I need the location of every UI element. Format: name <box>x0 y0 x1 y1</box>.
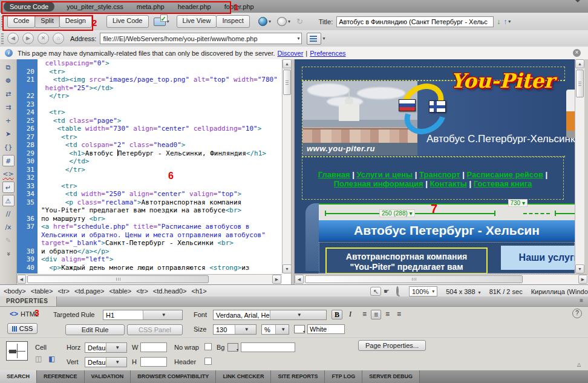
promo-cell[interactable]: Автотранспортная компания "You-Piter" пр… <box>325 247 488 273</box>
window-size-select[interactable]: 504 x 388 ▾ <box>446 288 480 295</box>
select-tool-icon[interactable]: ↖ <box>370 287 381 296</box>
header-checkbox[interactable] <box>204 358 212 365</box>
code-text[interactable]: target="_blank">Санкт-Петербург - Хельси… <box>38 239 234 247</box>
scroll-up-icon[interactable]: ▲ <box>575 59 584 68</box>
code-text[interactable]: </tr> <box>38 166 85 174</box>
code-text[interactable]: cellspacing="0"> <box>38 59 109 68</box>
code-text[interactable]: "You-Piter" предлагает вам поездки на ав… <box>38 206 241 215</box>
page-heading[interactable]: Автобус Петербург - Хельсин <box>319 220 575 241</box>
split-cell-icon[interactable]: ◧ <box>48 355 55 363</box>
apply-comment-icon[interactable]: // <box>2 208 15 220</box>
targeted-rule-select[interactable]: H1▼ <box>103 310 183 320</box>
code-text[interactable]: <tr> <box>38 108 65 117</box>
size-select[interactable]: 130▼ <box>213 324 256 335</box>
word-wrap-icon[interactable]: ↵ <box>2 182 15 193</box>
text-color-swatch[interactable]: ▾ <box>294 325 305 333</box>
scroll-right-icon[interactable]: ▶ <box>272 275 281 284</box>
code-text[interactable]: и обратно</a></p> <box>38 247 109 256</box>
refresh-icon[interactable]: ↻ <box>296 17 303 26</box>
text-color-input[interactable] <box>307 324 345 334</box>
scroll-left-icon[interactable]: ◀ <box>295 275 304 284</box>
preview-in-browser-icon[interactable] <box>258 17 267 26</box>
css-mode-button[interactable]: CSS <box>7 323 38 334</box>
open-documents-icon[interactable]: ⧉ <box>2 62 15 73</box>
services-cell[interactable]: Наши услуги <box>501 246 575 270</box>
code-text[interactable]: по маршруту <br> <box>38 215 105 223</box>
scrollbar-thumb[interactable] <box>576 70 584 97</box>
scroll-down-icon[interactable]: ▼ <box>283 264 292 273</box>
back-icon[interactable]: ◀ <box>7 33 19 44</box>
italic-button[interactable]: I <box>345 310 356 319</box>
size-unit-select[interactable]: %▼ <box>261 324 289 335</box>
bg-color-swatch[interactable]: ▾ <box>227 343 238 352</box>
discover-link[interactable]: Discover <box>278 50 304 57</box>
code-text[interactable]: <td><img src="images/page_top.png" alt="… <box>38 76 278 84</box>
code-text[interactable]: <a href="schedule.php" title="Расписание… <box>38 223 249 231</box>
balance-braces-icon[interactable]: {} <box>2 142 15 153</box>
collapse-panel-icon[interactable]: △ <box>577 362 581 367</box>
code-text[interactable]: <p>Каждый день многие люди отправляются … <box>38 264 249 272</box>
code-text[interactable]: <div align="left"> <box>38 255 113 264</box>
browser-list-icon[interactable] <box>307 33 321 45</box>
scroll-up-icon[interactable]: ▲ <box>283 59 292 68</box>
tag-selector-item-1[interactable]: <table> <box>31 287 53 295</box>
scrollbar-thumb[interactable] <box>283 70 291 95</box>
align-justify-button[interactable]: ≡ <box>394 310 404 319</box>
syntax-error-alerts-icon[interactable]: ⚠ <box>2 195 15 206</box>
scroll-right-icon[interactable]: ▶ <box>578 275 587 284</box>
line-numbers-icon[interactable]: # <box>2 155 15 166</box>
tag-selector-item-0[interactable]: <body> <box>4 287 26 295</box>
css-panel-button[interactable]: CSS Panel <box>127 324 183 335</box>
height-input[interactable] <box>140 357 167 367</box>
zoom-level-select[interactable]: 100% ▾ <box>409 286 437 296</box>
tag-selector-item-3[interactable]: <td.page> <box>74 287 105 295</box>
panel-tab-ftp-log[interactable]: FTP LOG <box>325 370 362 383</box>
properties-tab[interactable]: PROPERTIES <box>0 296 57 306</box>
nav-link-2[interactable]: Транспорт <box>419 170 460 179</box>
width-input[interactable] <box>140 342 167 352</box>
zoom-tool-icon[interactable] <box>392 287 403 296</box>
code-text[interactable]: <h1>Автобус Петербург - Хельсинки, Финля… <box>38 149 266 158</box>
code-vertical-scrollbar[interactable]: ▲ ▼ <box>282 59 292 273</box>
format-source-code-icon[interactable]: ✎ <box>2 235 15 246</box>
page-properties-button[interactable]: Page Properties... <box>358 340 426 351</box>
stop-icon[interactable]: ✕ <box>38 33 49 44</box>
code-text[interactable]: <tr> <box>38 68 65 76</box>
hand-tool-icon[interactable]: ☛ <box>381 287 392 296</box>
inspect-button[interactable]: Inspect <box>216 15 249 28</box>
home-icon[interactable]: ⌂ <box>53 33 64 44</box>
get-file-icon[interactable]: ↓ <box>497 18 500 26</box>
font-select[interactable]: Verdana, Arial, Helvetica, sans-serif▼ <box>213 310 327 320</box>
collapse-full-tag-icon[interactable]: ⇄ <box>2 88 15 100</box>
panel-tab-browser-compatibility[interactable]: BROWSER COMPATIBILITY <box>131 370 216 383</box>
code-text[interactable]: <table width="730" align="center" cellpa… <box>38 125 261 133</box>
scrollbar-thumb[interactable] <box>305 275 523 283</box>
code-text[interactable]: <p class="reclama">Автотранспортная комп… <box>38 198 241 207</box>
panel-tab-link-checker[interactable]: LINK CHECKER <box>216 370 271 383</box>
document-title-input[interactable] <box>336 16 494 27</box>
bold-button[interactable]: B <box>332 310 342 319</box>
table-width-label[interactable]: 730 ▾ <box>508 199 528 207</box>
help-icon[interactable]: ? <box>572 309 582 318</box>
panel-tab-site-reports[interactable]: SITE REPORTS <box>271 370 325 383</box>
code-navigator-icon[interactable]: ☸ <box>2 75 15 87</box>
code-text[interactable]: <tr> <box>38 182 77 191</box>
nav-link-1[interactable]: Услуги и цены <box>357 170 413 179</box>
nav-link-4[interactable]: Полезная информация <box>334 179 423 188</box>
code-horizontal-scrollbar[interactable]: ◀ ▶ <box>17 274 282 284</box>
code-text[interactable]: <tr> <box>38 133 77 142</box>
code-text[interactable]: <td colspan="2" class="head0"> <box>38 141 185 149</box>
highlight-invalid-code-icon[interactable]: <> <box>2 168 15 180</box>
panel-tab-server-debug[interactable]: SERVER DEBUG <box>362 370 420 383</box>
scrollbar-thumb[interactable] <box>27 275 209 283</box>
merge-cells-icon[interactable]: ◫ <box>35 355 42 363</box>
nav-link-0[interactable]: Главная <box>318 170 350 179</box>
design-canvas[interactable]: You-Piter Автобус С.Петербург-Хельсинки … <box>295 59 575 273</box>
align-left-button[interactable]: ≡ <box>359 310 370 319</box>
design-horizontal-scrollbar[interactable]: ◀ ▶ <box>295 274 588 284</box>
live-code-button[interactable]: Live Code <box>106 15 149 28</box>
more-options-icon[interactable]: » <box>2 248 14 260</box>
close-icon[interactable]: × <box>573 49 581 57</box>
code-area[interactable]: cellspacing="0">20 <tr>21 <td><img src="… <box>17 59 282 273</box>
forward-icon[interactable]: ▶ <box>22 33 34 44</box>
